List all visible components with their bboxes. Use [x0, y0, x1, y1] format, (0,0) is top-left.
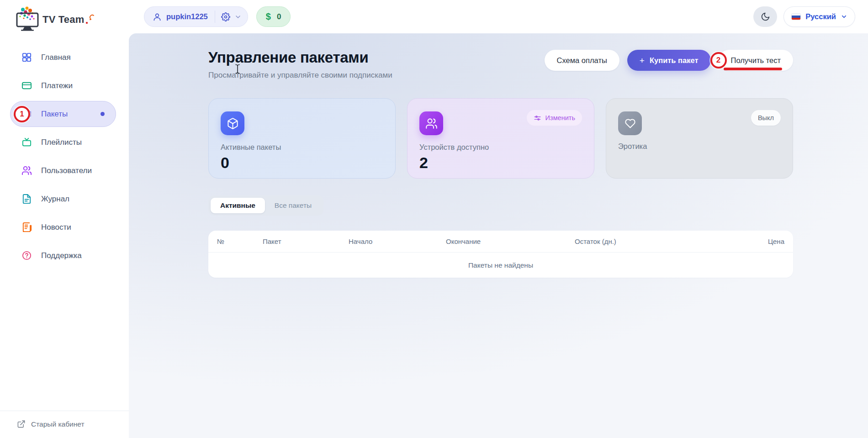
sidebar: TV Team Главная Платежи Пакеты	[0, 0, 129, 438]
page-actions: Схема оплаты + Купить пакет Получить тес…	[545, 50, 793, 71]
active-packages-card: Активные пакеты 0	[208, 98, 396, 179]
app-logo[interactable]: TV Team	[14, 5, 96, 32]
external-link-icon	[17, 420, 26, 428]
divider	[215, 11, 215, 23]
user-icon	[153, 12, 162, 21]
chevron-down-icon	[841, 13, 847, 20]
edit-devices-button[interactable]: Изменить	[527, 110, 582, 126]
col-package: Пакет	[263, 237, 349, 245]
buy-package-label: Купить пакет	[650, 56, 699, 65]
table-header-row: № Пакет Начало Окончание Остаток (дн.) Ц…	[208, 231, 793, 253]
tab-all-packages[interactable]: Все пакеты	[265, 198, 321, 213]
wifi-icon	[90, 14, 96, 20]
card-label: Эротика	[618, 142, 781, 151]
sidebar-item-label: Пакеты	[41, 110, 91, 119]
old-cabinet-link[interactable]: Старый кабинет	[0, 411, 129, 438]
old-cabinet-label: Старый кабинет	[31, 420, 85, 428]
profile-menu[interactable]: pupkin1225	[144, 6, 248, 27]
newspaper-icon	[21, 222, 32, 232]
card-label: Устройств доступно	[419, 143, 582, 152]
logo-dot	[86, 22, 88, 24]
page-title: Управление пакетами	[208, 49, 392, 66]
tutorial-step-2-badge: 2	[710, 52, 727, 69]
tv-icon	[21, 137, 32, 148]
col-number: №	[217, 237, 263, 245]
sidebar-item-packages[interactable]: Пакеты 1	[10, 101, 116, 127]
card-label: Активные пакеты	[221, 143, 383, 152]
sidebar-item-label: Новости	[41, 223, 105, 232]
moon-icon	[761, 12, 770, 21]
users-icon	[419, 111, 443, 135]
card-value: 2	[419, 154, 582, 172]
credit-card-icon	[21, 80, 32, 91]
balance-button[interactable]: $ 0	[256, 6, 291, 27]
sidebar-item-label: Плейлисты	[41, 138, 105, 147]
notification-dot	[101, 112, 105, 116]
devices-card: Изменить Устройств доступно 2	[407, 98, 594, 179]
plus-icon: +	[640, 56, 645, 65]
sidebar-item-label: Поддержка	[41, 251, 105, 260]
heart-icon	[618, 111, 642, 135]
tab-active-packages[interactable]: Активные	[211, 198, 265, 213]
package-icon	[221, 111, 244, 135]
packages-table: № Пакет Начало Окончание Остаток (дн.) Ц…	[208, 231, 793, 278]
sidebar-item-label: Платежи	[41, 81, 105, 90]
sidebar-item-payments[interactable]: Платежи	[10, 73, 116, 99]
edit-devices-label: Изменить	[545, 114, 575, 121]
sidebar-item-label: Пользователи	[41, 166, 105, 175]
buy-package-button[interactable]: + Купить пакет	[627, 50, 711, 71]
card-value: 0	[221, 154, 383, 172]
sidebar-item-journal[interactable]: Журнал	[10, 186, 116, 212]
sliders-icon	[534, 114, 541, 122]
col-start: Начало	[349, 237, 446, 245]
sidebar-item-label: Журнал	[41, 195, 105, 204]
col-price: Цена	[748, 237, 784, 245]
sidebar-item-label: Главная	[41, 53, 105, 62]
sidebar-item-users[interactable]: Пользователи	[10, 158, 116, 184]
stat-cards: Активные пакеты 0 Изменить Устройств дос…	[208, 98, 793, 179]
get-test-label: Получить тест	[731, 56, 781, 65]
theme-toggle-button[interactable]	[753, 6, 777, 27]
col-days-left: Остаток (дн.)	[575, 237, 748, 245]
col-end: Окончание	[446, 237, 575, 245]
sidebar-item-support[interactable]: Поддержка	[10, 243, 116, 269]
gear-icon[interactable]	[221, 12, 230, 21]
tutorial-step-1-badge: 1	[14, 106, 30, 122]
payment-scheme-button[interactable]: Схема оплаты	[545, 50, 619, 71]
help-circle-icon	[21, 250, 32, 261]
topbar: pupkin1225 $ 0 Русский	[129, 0, 868, 33]
username-label: pupkin1225	[166, 12, 208, 21]
users-icon	[21, 165, 32, 176]
language-selector[interactable]: Русский	[783, 6, 855, 27]
get-test-button[interactable]: Получить тест 2	[719, 50, 793, 71]
russian-flag-icon	[791, 13, 801, 20]
sidebar-item-playlists[interactable]: Плейлисты	[10, 129, 116, 155]
tutorial-underline	[724, 68, 782, 70]
sidebar-item-news[interactable]: Новости	[10, 214, 116, 240]
grid-icon	[21, 52, 32, 63]
topbar-right: Русский	[753, 6, 855, 27]
dollar-icon: $	[266, 11, 271, 22]
tv-logo-icon	[14, 5, 41, 32]
chevron-down-icon	[234, 13, 242, 21]
sidebar-item-home[interactable]: Главная	[10, 44, 116, 70]
main-content: Управление пакетами Просматривайте и упр…	[129, 33, 868, 438]
logo-title: TV Team	[42, 15, 84, 25]
sidebar-nav: Главная Платежи Пакеты 1 Плейлисты	[10, 44, 116, 271]
page-subtitle: Просматривайте и управляйте своими подпи…	[208, 71, 392, 80]
packages-tabs: Активные Все пакеты	[208, 195, 323, 216]
file-text-icon	[21, 194, 32, 204]
erotica-card: Выкл Эротика	[606, 98, 793, 179]
language-label: Русский	[805, 12, 836, 21]
page-header: Управление пакетами Просматривайте и упр…	[208, 49, 793, 80]
balance-amount: 0	[277, 12, 281, 21]
table-empty-state: Пакеты не найдены	[208, 253, 793, 278]
status-badge: Выкл	[751, 110, 781, 126]
